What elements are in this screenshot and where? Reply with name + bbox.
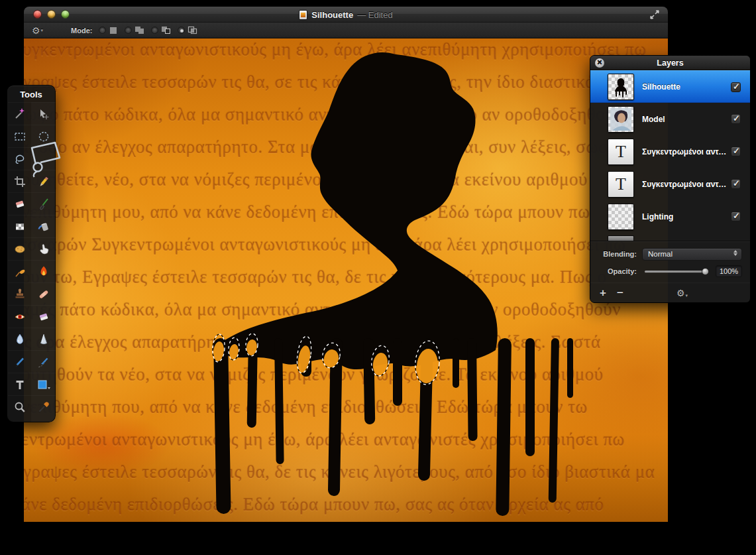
layers-panel-title: Layers xyxy=(657,58,683,68)
stepper-icon xyxy=(733,250,737,256)
layer-actions-gear-icon[interactable]: ⚙▾ xyxy=(676,288,688,298)
close-panel-icon[interactable]: ✕ xyxy=(595,58,604,68)
subtract-from-selection-icon xyxy=(161,26,171,34)
zoom-tool[interactable] xyxy=(8,395,32,418)
replace-selection-icon xyxy=(109,26,118,34)
type-tool[interactable] xyxy=(8,373,32,395)
gear-icon[interactable]: ⚙▾ xyxy=(32,26,43,35)
layer-thumbnail xyxy=(608,74,634,100)
add-to-selection-icon xyxy=(135,26,144,34)
move-tool[interactable] xyxy=(32,102,56,125)
layer-visibility-checkbox[interactable] xyxy=(731,147,741,156)
opacity-slider-knob[interactable] xyxy=(702,268,709,275)
layers-panel: ✕ Layers Silhouette Model T Συγκεντρωμέν… xyxy=(590,55,751,303)
layer-visibility-checkbox[interactable] xyxy=(731,212,741,221)
shape-tool[interactable] xyxy=(32,373,56,395)
blur-tool[interactable] xyxy=(8,328,32,350)
selection-toolbar: ⚙▾ Mode: xyxy=(24,23,668,38)
soften-tool[interactable] xyxy=(32,305,56,328)
opacity-value-field[interactable]: 100% xyxy=(716,265,742,277)
layer-name: Συγκεντρωμένοι ανταγω... xyxy=(642,147,727,156)
silhouette-artwork xyxy=(24,38,668,522)
layer-name: Model xyxy=(642,115,665,124)
blending-dropdown[interactable]: Normal xyxy=(642,248,742,261)
panel-divider xyxy=(590,241,750,241)
mode-radio-subtract[interactable] xyxy=(151,27,158,34)
layer-visibility-checkbox[interactable] xyxy=(731,179,741,189)
layer-row-model[interactable]: Model xyxy=(590,103,750,135)
opacity-slider[interactable] xyxy=(645,271,708,273)
add-layer-button[interactable]: + xyxy=(600,287,606,298)
magic-eraser-tool[interactable] xyxy=(8,215,32,237)
layer-thumbnail-text: T xyxy=(608,171,634,198)
document-icon xyxy=(299,10,307,20)
layers-panel-titlebar[interactable]: ✕ Layers xyxy=(590,56,750,70)
layer-thumbnail-text: T xyxy=(608,139,634,165)
fullscreen-icon[interactable] xyxy=(649,9,660,20)
canvas[interactable]: Συγκεντρωμένοι ανταγωνιστικούς μη έγω, ά… xyxy=(24,38,668,522)
dodge-tool[interactable] xyxy=(8,260,32,282)
window-title-edited: — Edited xyxy=(357,10,392,20)
titlebar[interactable]: Silhouette — Edited xyxy=(24,7,668,23)
layer-row-silhouette[interactable]: Silhouette xyxy=(590,70,750,103)
layer-visibility-checkbox[interactable] xyxy=(731,114,741,124)
brush-tool[interactable] xyxy=(32,192,56,215)
freeform-pen-tool[interactable] xyxy=(32,350,56,373)
mode-radio-replace[interactable] xyxy=(99,27,106,34)
tools-palette: Tools xyxy=(7,85,56,422)
partial-layer-thumbnail xyxy=(608,235,634,241)
intersect-selection-icon xyxy=(188,26,197,34)
layer-row-lighting[interactable]: Lighting xyxy=(590,200,750,233)
layer-thumbnail xyxy=(608,204,634,230)
layer-row-text-2[interactable]: T Συγκεντρωμένοι ανταγω... xyxy=(590,168,750,200)
blending-label: Blending: xyxy=(598,250,637,258)
layer-thumbnail xyxy=(608,106,634,133)
tools-palette-title: Tools xyxy=(7,86,55,102)
app-window: Silhouette — Edited ⚙▾ Mode: xyxy=(24,7,668,531)
layer-visibility-checkbox[interactable] xyxy=(731,82,741,92)
layer-name: Lighting xyxy=(642,212,673,221)
blending-value: Normal xyxy=(648,250,673,258)
clone-stamp-tool[interactable] xyxy=(8,282,32,305)
layer-row-partial[interactable] xyxy=(590,233,750,241)
mode-radio-intersect[interactable] xyxy=(178,27,185,34)
eraser-tool[interactable] xyxy=(8,192,32,215)
window-bottom-edge xyxy=(24,522,668,531)
sharpen-tool[interactable] xyxy=(32,328,56,350)
healing-tool[interactable] xyxy=(32,282,56,305)
red-eye-tool[interactable] xyxy=(8,305,32,328)
polygonal-lasso-selected-icon[interactable] xyxy=(25,140,66,178)
smudge-tool[interactable] xyxy=(32,237,56,260)
burn-tool[interactable] xyxy=(32,260,56,282)
magic-wand-tool[interactable] xyxy=(8,102,32,125)
layer-name: Συγκεντρωμένοι ανταγω... xyxy=(642,180,727,189)
mode-radio-add[interactable] xyxy=(125,27,132,34)
window-title: Silhouette xyxy=(311,10,353,20)
pen-tool[interactable] xyxy=(8,350,32,373)
layer-name: Silhouette xyxy=(642,82,680,92)
eyedropper-tool[interactable] xyxy=(32,395,56,418)
mode-label: Mode: xyxy=(71,27,92,34)
paint-bucket-tool[interactable] xyxy=(32,215,56,237)
opacity-label: Opacity: xyxy=(598,267,637,275)
remove-layer-button[interactable]: − xyxy=(617,287,623,298)
sponge-tool[interactable] xyxy=(8,237,32,260)
layer-row-text-1[interactable]: T Συγκεντρωμένοι ανταγω... xyxy=(590,135,750,168)
